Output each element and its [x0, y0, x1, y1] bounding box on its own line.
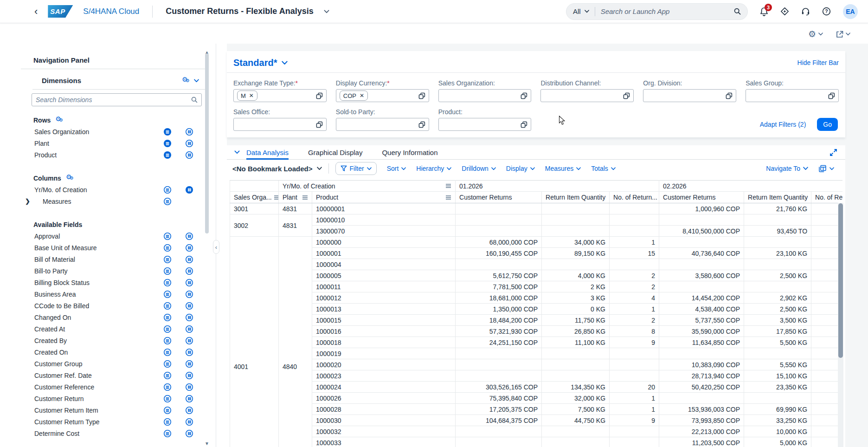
available-field-bill-to-party[interactable]: Bill-to Party	[21, 265, 208, 277]
cell-plant[interactable]: 4831	[279, 214, 312, 237]
cell-value[interactable]	[542, 203, 610, 214]
available-field-determine-cost[interactable]: Determine Cost	[21, 428, 208, 439]
avatar[interactable]: EA	[843, 4, 858, 19]
value-help-icon[interactable]	[726, 92, 733, 99]
rows-settings-icon[interactable]: ⚙⚙	[55, 117, 64, 124]
toolbar-menu-totals[interactable]: Totals	[591, 165, 616, 172]
available-field-ccode-to-be-billed[interactable]: CCode to Be Billed	[21, 300, 208, 311]
search-icon[interactable]	[734, 8, 741, 15]
fullscreen-icon[interactable]	[829, 148, 838, 157]
cell-value[interactable]	[542, 259, 610, 270]
available-field-business-area[interactable]: Business Area	[21, 288, 208, 300]
value-help-icon[interactable]	[316, 92, 323, 99]
list-outline-icon[interactable]	[163, 349, 171, 356]
cell-value[interactable]	[542, 359, 610, 370]
row-header-plant[interactable]: Plant	[279, 192, 312, 203]
column-dimension-header[interactable]: Yr/Mo. of Creation	[279, 181, 456, 192]
cell-value[interactable]: 14,454,200 COP	[659, 292, 744, 304]
cell-value[interactable]: 8	[610, 326, 659, 337]
list-outline-icon[interactable]	[163, 372, 171, 379]
sap-logo[interactable]: SAP	[48, 5, 73, 18]
cell-value[interactable]: 33,250 KG	[744, 415, 811, 426]
cell-value[interactable]: 32,000 KG	[542, 393, 610, 404]
cell-value[interactable]: 17,850 KG	[744, 326, 811, 337]
cell-value[interactable]	[610, 214, 659, 226]
cell-value[interactable]: 2,902 KG	[744, 292, 811, 304]
available-field-customer-return[interactable]: Customer Return	[21, 393, 208, 404]
bars-outline-icon[interactable]	[185, 325, 193, 333]
table-scrollbar[interactable]	[838, 203, 843, 447]
cell-value[interactable]: 22,213,000 COP	[659, 426, 744, 437]
panel-collapse-handle[interactable]: ‹	[213, 240, 219, 254]
cell-value[interactable]: 18,681,000 COP	[456, 292, 542, 304]
cell-value[interactable]	[659, 214, 744, 226]
bars-outline-icon[interactable]	[185, 256, 193, 263]
available-field-created-on[interactable]: Created On	[21, 346, 208, 358]
cell-value[interactable]	[542, 348, 610, 359]
available-field-billing-block-status[interactable]: Billing Block Status	[21, 277, 208, 288]
cell-value[interactable]: 303,526,165 COP	[456, 382, 542, 393]
cell-value[interactable]	[610, 426, 659, 437]
cell-value[interactable]: 5,550 KG	[744, 359, 811, 370]
dimension-search-input[interactable]: Search Dimensions	[32, 93, 202, 106]
cell-value[interactable]: 1	[610, 393, 659, 404]
cell-value[interactable]: 44,750 KG	[542, 415, 610, 426]
bars-outline-icon[interactable]	[185, 395, 193, 402]
available-field-approval[interactable]: Approval	[21, 230, 208, 242]
token-remove-icon[interactable]: ✕	[360, 92, 364, 99]
search-scope-chevron-down-icon[interactable]	[585, 10, 589, 13]
filter-field-input[interactable]	[438, 118, 532, 131]
cell-value[interactable]: 21,760 KG	[744, 203, 811, 214]
cell-value[interactable]: 1	[610, 237, 659, 248]
bars-outline-icon[interactable]	[185, 337, 193, 344]
value-help-icon[interactable]	[521, 92, 527, 99]
cell-value[interactable]	[744, 214, 811, 226]
cell-product[interactable]: 1000030	[312, 415, 456, 426]
value-help-icon[interactable]	[418, 92, 425, 99]
cell-value[interactable]: 75,395,840 COP	[456, 393, 542, 404]
cell-value[interactable]: 1,350,000 COP	[456, 304, 542, 315]
column-dimension-measures[interactable]: ❯Measures	[21, 195, 208, 207]
cell-value[interactable]	[610, 226, 659, 237]
cell-value[interactable]	[542, 226, 610, 237]
variant-chevron-down-icon[interactable]	[282, 61, 288, 65]
header-menu-icon[interactable]	[445, 195, 451, 200]
cell-value[interactable]	[456, 348, 542, 359]
cell-value[interactable]: 5,737,550 COP	[659, 315, 744, 326]
cell-product[interactable]: 1000012	[312, 292, 456, 304]
cell-value[interactable]: 1	[610, 304, 659, 315]
row-dimension-plant[interactable]: Plant	[21, 137, 208, 149]
cell-value[interactable]: 153,936,003 COP	[659, 404, 744, 415]
cell-value[interactable]: 89,150 KG	[542, 248, 610, 259]
bars-outline-icon[interactable]	[185, 244, 193, 252]
list-outline-icon[interactable]	[163, 233, 171, 240]
cell-value[interactable]: 24,251,150 COP	[456, 337, 542, 348]
period-group-02-2026[interactable]: 02.2026	[659, 181, 842, 192]
toolbar-menu-display[interactable]: Display	[506, 165, 535, 172]
measure-header[interactable]: Customer Returns	[456, 192, 542, 203]
bars-outline-icon[interactable]	[185, 302, 193, 310]
cell-value[interactable]	[659, 237, 744, 248]
cell-value[interactable]	[456, 370, 542, 382]
settings-button[interactable]: ⚙	[808, 29, 823, 39]
cell-value[interactable]: 93,450 TO	[744, 226, 811, 237]
cell-value[interactable]: 2,500 KG	[744, 304, 811, 315]
list-outline-icon[interactable]	[163, 418, 171, 426]
cell-value[interactable]: 134,350 KG	[542, 382, 610, 393]
expand-chevron-right-icon[interactable]: ❯	[25, 198, 34, 205]
export-menu[interactable]	[818, 165, 834, 172]
filter-field-input[interactable]	[438, 89, 532, 102]
cell-product[interactable]: 1000005	[312, 270, 456, 281]
filter-field-input[interactable]	[643, 89, 736, 102]
help-icon[interactable]: ?	[822, 7, 831, 16]
cell-value[interactable]	[744, 393, 811, 404]
cell-product[interactable]: 1000018	[312, 337, 456, 348]
period-group-01-2026[interactable]: 01.2026	[456, 181, 659, 192]
filter-field-input[interactable]: M✕	[233, 89, 327, 102]
cell-value[interactable]: 20	[610, 382, 659, 393]
cell-value[interactable]: 28,713,940 COP	[659, 370, 744, 382]
cell-sales-org[interactable]: 4001	[230, 237, 279, 447]
filter-token[interactable]: COP✕	[340, 91, 368, 101]
header-menu-icon[interactable]	[445, 183, 451, 188]
list-outline-icon[interactable]	[163, 267, 171, 275]
